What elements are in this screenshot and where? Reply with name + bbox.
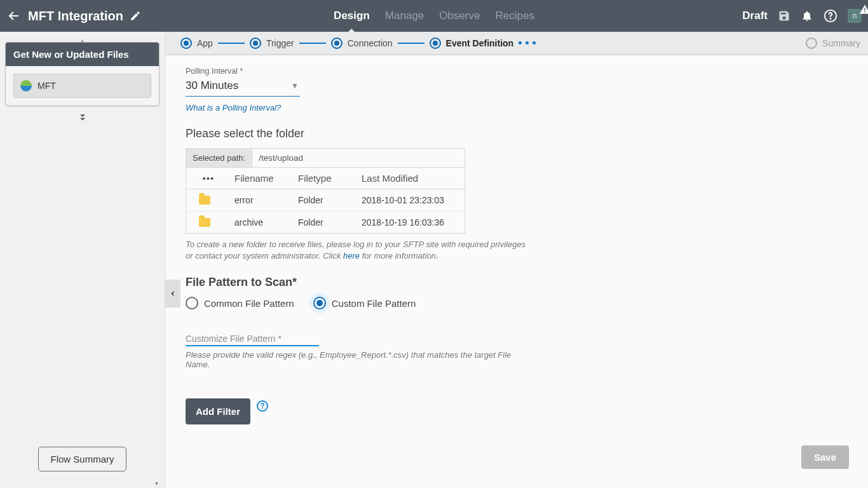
folder-help-link[interactable]: here bbox=[343, 251, 360, 261]
polling-interval-label: Polling Interval bbox=[186, 67, 768, 76]
folder-icon bbox=[199, 196, 210, 205]
step-event-definition[interactable]: Event Definition bbox=[430, 37, 514, 49]
customize-file-pattern-input[interactable] bbox=[186, 345, 319, 346]
selected-path-label: Selected path: bbox=[186, 149, 252, 167]
tab-design[interactable]: Design bbox=[334, 0, 370, 32]
col-filetype: Filetype bbox=[294, 168, 358, 189]
status-badge: Draft bbox=[742, 10, 768, 22]
cell-modified: 2018-10-01 23:23:03 bbox=[358, 189, 465, 211]
step-summary[interactable]: Summary bbox=[806, 37, 860, 49]
flow-card: Get New or Updated Files MFT bbox=[5, 42, 159, 106]
selected-path-value: /test/upload bbox=[252, 149, 309, 167]
step-app[interactable]: App bbox=[180, 37, 213, 49]
step-connector bbox=[218, 43, 245, 44]
edit-pencil-icon[interactable] bbox=[130, 10, 141, 22]
help-icon[interactable] bbox=[824, 9, 837, 23]
scroll-down-indicator: ▾ bbox=[0, 478, 158, 488]
app-header: MFT Integration Design Manage Observe Re… bbox=[0, 0, 868, 32]
cell-filename: error bbox=[231, 189, 294, 211]
sidebar: ▴ Get New or Updated Files MFT Flow Summ… bbox=[0, 32, 165, 488]
tab-recipes[interactable]: Recipes bbox=[495, 0, 534, 32]
folder-row[interactable]: archive Folder 2018-10-19 16:03:36 bbox=[186, 212, 465, 233]
expand-more-icon[interactable] bbox=[5, 112, 159, 125]
save-icon[interactable] bbox=[778, 10, 790, 22]
save-button[interactable]: Save bbox=[801, 445, 849, 469]
add-filter-button[interactable]: Add Filter bbox=[186, 398, 250, 424]
polling-help-link[interactable]: What is a Polling Interval? bbox=[186, 103, 281, 112]
main-panel: App Trigger Connection Event Definition … bbox=[165, 32, 868, 488]
bell-icon[interactable] bbox=[801, 10, 813, 22]
cell-modified: 2018-10-19 16:03:36 bbox=[358, 212, 465, 233]
avatar[interactable]: n bbox=[848, 9, 862, 23]
add-filter-help-icon[interactable]: ? bbox=[257, 400, 268, 412]
customize-file-pattern-hint: Please provide the valid regex (e.g., Em… bbox=[186, 350, 516, 369]
folder-row[interactable]: error Folder 2018-10-01 23:23:03 bbox=[186, 189, 465, 212]
cell-filetype: Folder bbox=[294, 212, 358, 233]
radio-custom-file-pattern[interactable]: Custom File Pattern bbox=[313, 297, 416, 309]
tab-observe[interactable]: Observe bbox=[439, 0, 480, 32]
col-filename: Filename bbox=[231, 168, 294, 189]
sidebar-item-mft[interactable]: MFT bbox=[13, 74, 151, 98]
collapse-sidebar-button[interactable] bbox=[165, 280, 180, 308]
file-pattern-radio-group: Common File Pattern Custom File Pattern bbox=[186, 297, 768, 309]
avatar-initial: n bbox=[853, 11, 857, 20]
folder-icon bbox=[199, 218, 210, 227]
step-connector bbox=[398, 43, 424, 44]
folder-table-header: ••• Filename Filetype Last Modified bbox=[186, 168, 465, 189]
flow-card-title: Get New or Updated Files bbox=[6, 43, 159, 66]
folder-browser: Selected path: /test/upload ••• Filename… bbox=[186, 148, 465, 234]
wizard-stepper: App Trigger Connection Event Definition … bbox=[173, 32, 868, 55]
mft-connector-icon bbox=[20, 80, 32, 92]
tab-manage[interactable]: Manage bbox=[385, 0, 424, 32]
svg-point-1 bbox=[830, 18, 831, 19]
folder-help-text: To create a new folder to receive files,… bbox=[186, 239, 529, 262]
scroll-up-indicator: ▴ bbox=[5, 37, 159, 42]
top-nav-tabs: Design Manage Observe Recipes bbox=[334, 0, 534, 32]
flow-summary-button[interactable]: Flow Summary bbox=[38, 447, 126, 471]
warning-icon bbox=[859, 4, 868, 17]
chevron-down-icon: ▼ bbox=[291, 81, 299, 90]
sidebar-item-label: MFT bbox=[37, 81, 56, 91]
folder-section-title: Please select the folder bbox=[186, 127, 768, 140]
radio-common-file-pattern[interactable]: Common File Pattern bbox=[186, 297, 294, 309]
cell-filetype: Folder bbox=[294, 189, 358, 211]
file-pattern-title: File Pattern to Scan* bbox=[186, 276, 768, 289]
step-connection[interactable]: Connection bbox=[331, 37, 393, 49]
polling-interval-select[interactable]: 30 Minutes ▼ bbox=[186, 77, 300, 97]
cell-filename: archive bbox=[231, 212, 294, 233]
step-connector bbox=[299, 43, 326, 44]
col-last-modified: Last Modified bbox=[358, 168, 465, 189]
page-title: MFT Integration bbox=[28, 9, 123, 24]
step-trigger[interactable]: Trigger bbox=[250, 37, 294, 49]
polling-interval-value: 30 Minutes bbox=[186, 79, 238, 92]
step-connector-dots bbox=[519, 41, 536, 44]
back-arrow-icon[interactable] bbox=[6, 8, 22, 24]
customize-file-pattern-label: Customize File Pattern * bbox=[186, 334, 516, 344]
folder-up-icon[interactable]: ••• bbox=[186, 168, 231, 189]
